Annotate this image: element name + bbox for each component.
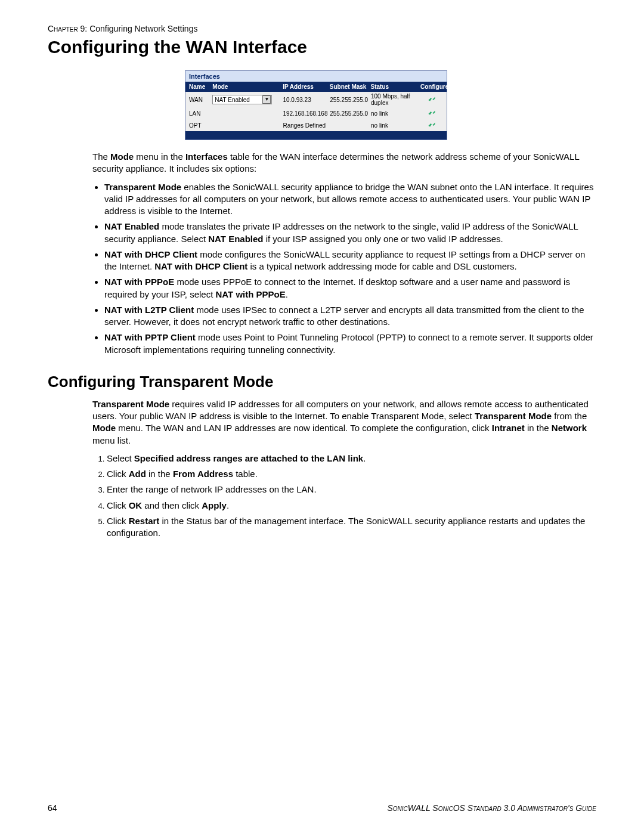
chapter-text: 9: Configuring Network Settings [78,24,198,33]
list-item: Click Restart in the Status bar of the m… [107,515,596,540]
cell-mask: 255.255.255.0 [330,97,371,103]
cell-ip: Ranges Defined [283,122,330,129]
col-name: Name [189,83,212,90]
table-footer-stripe [185,131,447,140]
interfaces-screenshot: Interfaces Name Mode IP Address Subnet M… [185,70,447,140]
configure-icon[interactable] [428,97,436,103]
chevron-down-icon: ▼ [262,95,271,104]
col-configure: Configure [420,83,443,90]
chapter-header: Chapter 9: Configuring Network Settings [48,24,596,33]
cell-status: no link [371,110,421,117]
list-item: Enter the range of network IP addresses … [107,484,596,496]
col-mode: Mode [212,83,283,90]
section-heading: Configuring Transparent Mode [48,373,596,391]
steps-list: Select Specified address ranges are atta… [92,453,596,540]
list-item: NAT Enabled mode translates the private … [104,221,596,245]
table-row: WAN NAT Enabled ▼ 10.0.93.23 255.255.255… [185,92,447,107]
cell-status: 100 Mbps, half duplex [371,93,421,106]
col-ip: IP Address [283,83,330,90]
cell-status: no link [371,122,421,129]
configure-icon[interactable] [428,110,436,117]
interfaces-header-row: Name Mode IP Address Subnet Mask Status … [185,82,447,92]
cell-name: LAN [189,110,212,117]
configure-icon[interactable] [428,122,436,129]
col-status: Status [371,83,421,90]
page-footer: 64 SonicWALL SonicOS Standard 3.0 Admini… [48,803,596,813]
interfaces-panel-title: Interfaces [185,71,447,82]
cell-ip: 192.168.168.168 [283,110,330,117]
table-row: LAN 192.168.168.168 255.255.255.0 no lin… [185,107,447,119]
cell-name: WAN [189,97,212,103]
col-mask: Subnet Mask [330,83,371,90]
cell-mask: 255.255.255.0 [330,110,371,117]
list-item: NAT with PPTP Client mode uses Point to … [104,332,596,356]
chapter-label: Chapter [48,24,78,33]
list-item: NAT with L2TP Client mode uses IPSec to … [104,304,596,329]
guide-title: SonicWALL SonicOS Standard 3.0 Administr… [388,803,597,813]
cell-ip: 10.0.93.23 [283,97,330,103]
page-title: Configuring the WAN Interface [48,37,596,57]
list-item: NAT with PPPoE mode uses PPPoE to connec… [104,276,596,301]
intro-paragraph: The Mode menu in the Interfaces table fo… [92,151,596,175]
cell-name: OPT [189,122,212,129]
mode-dropdown-value: NAT Enabled [215,97,250,103]
table-row: OPT Ranges Defined no link [185,119,447,131]
mode-dropdown[interactable]: NAT Enabled ▼ [212,95,272,104]
transparent-mode-paragraph: Transparent Mode requires valid IP addre… [92,398,596,447]
list-item: NAT with DHCP Client mode configures the… [104,249,596,273]
list-item: Click OK and then click Apply. [107,500,596,512]
list-item: Transparent Mode enables the SonicWALL s… [104,181,596,218]
page-number: 64 [48,803,57,813]
list-item: Click Add in the From Address table. [107,468,596,480]
list-item: Select Specified address ranges are atta… [107,453,596,465]
mode-options-list: Transparent Mode enables the SonicWALL s… [92,181,596,356]
